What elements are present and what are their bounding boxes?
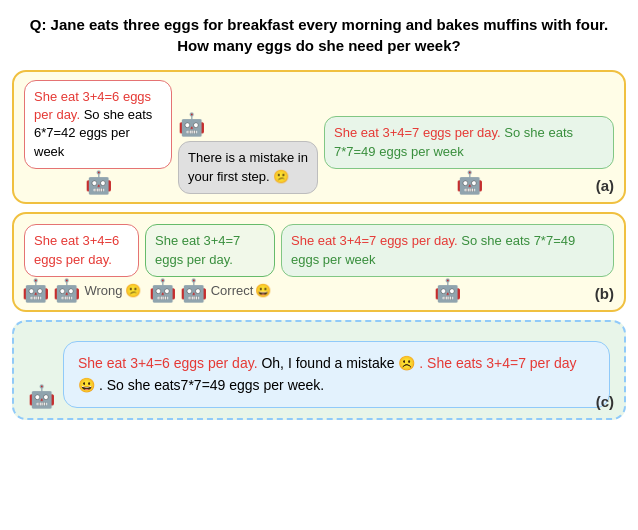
- bubble-a-mid-emoji: 😕: [273, 169, 289, 184]
- bubble-a-mid-text: There is a mistake in your first step.: [188, 150, 308, 183]
- wrong-label: Wrong😕: [84, 283, 140, 298]
- panel-c-label: (c): [596, 393, 614, 410]
- panel-b-mid-col: She eat 3+4=7 eggs per day. 🤖 🤖 Correct😀: [145, 224, 275, 301]
- wrong-text: Wrong: [84, 283, 122, 298]
- panel-a-right-col: She eat 3+4=7 eggs per day. So she eats …: [324, 116, 614, 193]
- bubble-c-red1: She eat 3+4=6 eggs per day.: [78, 355, 258, 371]
- bubble-c-black1: Oh, I found a mistake: [261, 355, 394, 371]
- panel-b-right: She eat 3+4=7 eggs per day. So she eats …: [281, 224, 614, 301]
- bubble-a-mid: There is a mistake in your first step. 😕: [178, 141, 318, 193]
- panel-b-mid-icons: 🤖 🤖 Correct😀: [149, 280, 272, 302]
- panel-a-mid: 🤖 There is a mistake in your first step.…: [178, 112, 318, 193]
- panel-a-right: She eat 3+4=7 eggs per day. So she eats …: [324, 116, 614, 193]
- panel-a-label: (a): [596, 177, 614, 194]
- panel-b-left: She eat 3+4=6 eggs per day. 🤖 🤖 Wrong😕: [24, 224, 139, 301]
- correct-emoji: 😀: [255, 283, 271, 298]
- bubble-b-left: She eat 3+4=6 eggs per day.: [24, 224, 139, 276]
- robot-a-right: 🤖: [456, 172, 483, 194]
- bubble-c-red2: . She eats 3+4=7 per day: [419, 355, 576, 371]
- robot-b-mid: 🤖: [149, 280, 176, 302]
- correct-label: Correct😀: [211, 283, 272, 298]
- panel-a-mid-col: 🤖 There is a mistake in your first step.…: [178, 112, 318, 193]
- bubble-b-mid: She eat 3+4=7 eggs per day.: [145, 224, 275, 276]
- question: Q: Jane eats three eggs for breakfast ev…: [12, 10, 626, 62]
- bubble-c-black2: . So she eats7*7=49 eggs per week.: [99, 377, 324, 393]
- robot-b-left: 🤖: [22, 280, 49, 302]
- panel-b-label: (b): [595, 285, 614, 302]
- panel-b-left-col: She eat 3+4=6 eggs per day. 🤖 🤖 Wrong😕: [24, 224, 139, 301]
- robot-b-right: 🤖: [434, 280, 461, 302]
- bubble-a-left: She eat 3+4=6 eggs per day. So she eats …: [24, 80, 172, 169]
- wrong-emoji: 😕: [125, 283, 141, 298]
- bubble-c-happy: 😀: [78, 377, 95, 393]
- bubble-b-right: She eat 3+4=7 eggs per day. So she eats …: [281, 224, 614, 276]
- bubble-c: She eat 3+4=6 eggs per day. Oh, I found …: [63, 341, 610, 408]
- panel-a: She eat 3+4=6 eggs per day. So she eats …: [12, 70, 626, 204]
- panel-a-left-col: She eat 3+4=6 eggs per day. So she eats …: [24, 80, 172, 194]
- robot-a-left: 🤖: [85, 172, 112, 194]
- panel-b-right-col: She eat 3+4=7 eggs per day. So she eats …: [281, 224, 614, 301]
- panel-a-left: She eat 3+4=6 eggs per day. So she eats …: [24, 80, 172, 194]
- robot-b-left2: 🤖: [53, 280, 80, 302]
- robot-b-mid2: 🤖: [180, 280, 207, 302]
- correct-text: Correct: [211, 283, 254, 298]
- bubble-a-right: She eat 3+4=7 eggs per day. So she eats …: [324, 116, 614, 168]
- panel-b: She eat 3+4=6 eggs per day. 🤖 🤖 Wrong😕 S…: [12, 212, 626, 312]
- bubble-b-right-wrong: She eat 3+4=7 eggs per day.: [291, 233, 458, 248]
- bubble-c-sad: ☹️: [398, 355, 415, 371]
- robot-a-mid-top: 🤖: [178, 112, 205, 138]
- bubble-b-left-text: She eat 3+4=6 eggs per day.: [34, 233, 119, 266]
- panel-b-mid: She eat 3+4=7 eggs per day. 🤖 🤖 Correct😀: [145, 224, 275, 301]
- robot-c: 🤖: [28, 386, 55, 408]
- bubble-b-mid-text: She eat 3+4=7 eggs per day.: [155, 233, 240, 266]
- panel-b-left-icons: 🤖 🤖 Wrong😕: [22, 280, 140, 302]
- page: Q: Jane eats three eggs for breakfast ev…: [0, 0, 638, 530]
- bubble-a-right-wrong: She eat 3+4=7 eggs per day.: [334, 125, 501, 140]
- panel-c: 🤖 She eat 3+4=6 eggs per day. Oh, I foun…: [12, 320, 626, 420]
